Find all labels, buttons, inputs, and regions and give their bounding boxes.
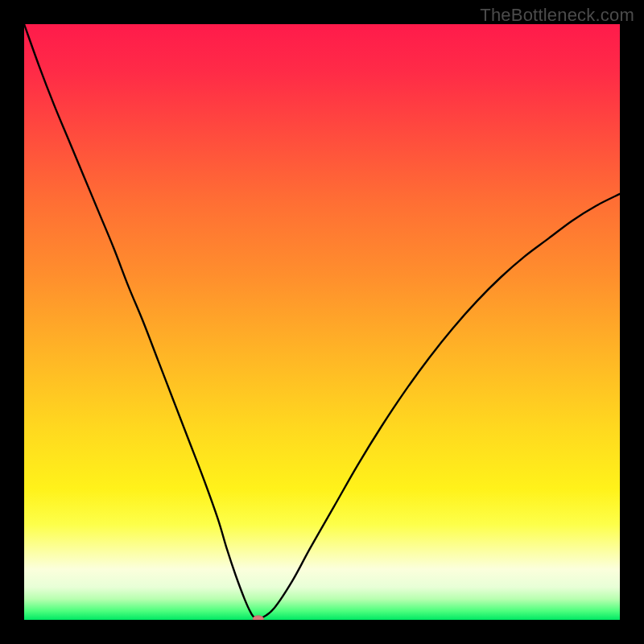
plot-background (24, 24, 620, 620)
watermark-text: TheBottleneck.com (480, 5, 634, 26)
optimum-marker (253, 616, 263, 620)
bottleneck-chart (24, 24, 620, 620)
chart-frame (24, 24, 620, 620)
